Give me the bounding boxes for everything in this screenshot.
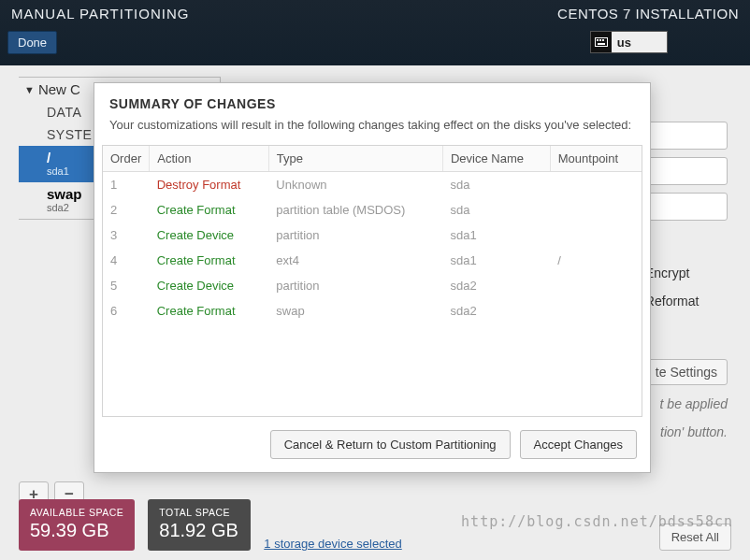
update-settings-button[interactable]: te Settings: [645, 359, 728, 385]
changes-table-wrap: Order Action Type Device Name Mountpoint…: [102, 145, 642, 417]
storage-link[interactable]: 1 storage device selected: [264, 537, 401, 551]
encrypt-label: Encrypt: [645, 266, 689, 280]
bottom-bar: AVAILABLE SPACE 59.39 GB TOTAL SPACE 81.…: [19, 499, 731, 551]
cell-device: sda2: [442, 298, 550, 323]
svg-rect-2: [597, 39, 599, 41]
dialog-footer: Cancel & Return to Custom Partitioning A…: [94, 417, 650, 472]
col-action[interactable]: Action: [150, 146, 269, 172]
hint-line-1: t be applied: [645, 395, 728, 413]
cell-mount: [550, 223, 642, 248]
table-row[interactable]: 4Create Formatext4sda1/: [103, 248, 642, 273]
table-row[interactable]: 1Destroy FormatUnknownsda: [103, 172, 642, 198]
cell-type: partition table (MSDOS): [268, 197, 442, 223]
keyboard-icon: [591, 32, 612, 52]
cell-action: Create Format: [150, 197, 269, 223]
reset-all-button[interactable]: Reset All: [659, 524, 731, 551]
cell-order: 1: [103, 172, 150, 198]
cell-device: sda1: [442, 223, 550, 248]
chevron-down-icon: ▼: [24, 84, 35, 95]
summary-of-changes-dialog: SUMMARY OF CHANGES Your customizations w…: [94, 82, 651, 473]
cell-device: sda: [442, 172, 550, 198]
reformat-row: Reformat: [645, 294, 728, 309]
cell-type: partition: [268, 223, 442, 248]
cell-mount: [550, 273, 642, 298]
cell-order: 2: [103, 197, 150, 223]
done-button[interactable]: Done: [7, 31, 57, 54]
col-order[interactable]: Order: [103, 146, 150, 172]
encrypt-row: Encrypt: [645, 266, 728, 280]
cell-mount: [550, 298, 642, 323]
accept-changes-button[interactable]: Accept Changes: [520, 430, 637, 459]
cancel-button[interactable]: Cancel & Return to Custom Partitioning: [270, 430, 511, 459]
dialog-title: SUMMARY OF CHANGES: [94, 83, 650, 117]
cell-type: swap: [268, 298, 442, 323]
available-space-box: AVAILABLE SPACE 59.39 GB: [19, 499, 135, 551]
cell-action: Create Format: [150, 298, 269, 323]
table-row[interactable]: 3Create Devicepartitionsda1: [103, 223, 642, 248]
cell-device: sda1: [442, 248, 550, 273]
installer-title: CENTOS 7 INSTALLATION: [557, 6, 739, 22]
total-space-label: TOTAL SPACE: [159, 507, 239, 518]
expand-label: New C: [38, 81, 80, 97]
cell-mount: [550, 172, 642, 198]
svg-rect-3: [599, 39, 601, 41]
table-row[interactable]: 2Create Formatpartition table (MSDOS)sda: [103, 197, 642, 223]
changes-table: Order Action Type Device Name Mountpoint…: [103, 146, 642, 323]
cell-order: 3: [103, 223, 150, 248]
total-space-box: TOTAL SPACE 81.92 GB: [148, 499, 251, 551]
total-space-value: 81.92 GB: [159, 520, 239, 541]
keyboard-indicator[interactable]: us: [590, 31, 668, 53]
cell-order: 4: [103, 248, 150, 273]
available-space-label: AVAILABLE SPACE: [30, 507, 123, 518]
cell-action: Destroy Format: [150, 172, 269, 198]
cell-order: 6: [103, 298, 150, 323]
cell-action: Create Device: [150, 223, 269, 248]
cell-device: sda: [442, 197, 550, 223]
dialog-subtitle: Your customizations will result in the f…: [94, 117, 650, 145]
col-device[interactable]: Device Name: [442, 146, 550, 172]
cell-device: sda2: [442, 273, 550, 298]
cell-action: Create Format: [150, 248, 269, 273]
cell-order: 5: [103, 273, 150, 298]
top-header: MANUAL PARTITIONING CENTOS 7 INSTALLATIO…: [0, 0, 750, 65]
cell-type: Unknown: [268, 172, 442, 198]
cell-type: partition: [268, 273, 442, 298]
cell-action: Create Device: [150, 273, 269, 298]
cell-mount: /: [550, 248, 642, 273]
available-space-value: 59.39 GB: [30, 520, 123, 541]
table-row[interactable]: 6Create Formatswapsda2: [103, 298, 642, 323]
cell-type: ext4: [268, 248, 442, 273]
svg-rect-5: [598, 43, 605, 45]
col-type[interactable]: Type: [268, 146, 442, 172]
right-fragment: Encrypt Reformat te Settings t be applie…: [645, 266, 728, 442]
reformat-label: Reformat: [645, 294, 700, 309]
cell-mount: [550, 197, 642, 223]
keyboard-layout-label: us: [612, 32, 667, 52]
hint-line-2: tion' button.: [645, 423, 728, 441]
col-mount[interactable]: Mountpoint: [550, 146, 642, 172]
svg-rect-4: [602, 39, 604, 41]
table-row[interactable]: 5Create Devicepartitionsda2: [103, 273, 642, 298]
